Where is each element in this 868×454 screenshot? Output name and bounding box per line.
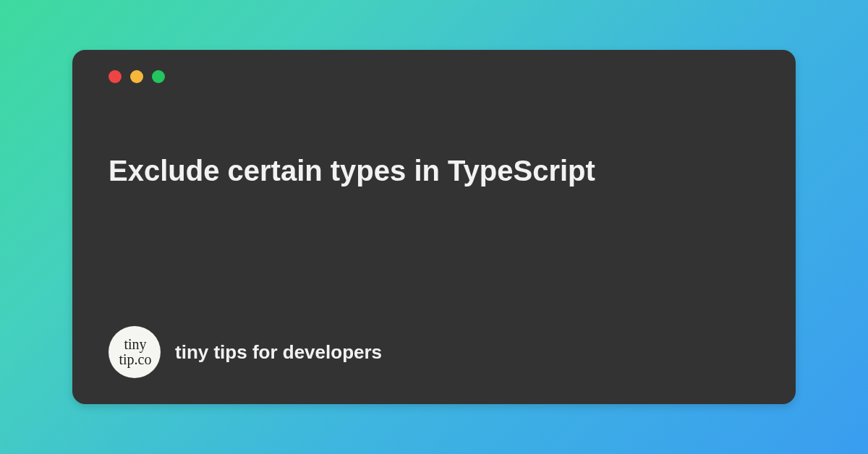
window-controls <box>109 70 760 83</box>
terminal-window: Exclude certain types in TypeScript tiny… <box>72 50 796 404</box>
page-title: Exclude certain types in TypeScript <box>109 148 760 312</box>
tagline: tiny tips for developers <box>175 341 382 364</box>
footer: tiny tip.co tiny tips for developers <box>109 326 760 378</box>
close-icon[interactable] <box>109 70 122 83</box>
minimize-icon[interactable] <box>130 70 143 83</box>
logo-badge: tiny tip.co <box>109 326 161 378</box>
logo-line-1: tiny <box>124 337 146 352</box>
logo-line-2: tip.co <box>119 352 152 367</box>
maximize-icon[interactable] <box>152 70 165 83</box>
